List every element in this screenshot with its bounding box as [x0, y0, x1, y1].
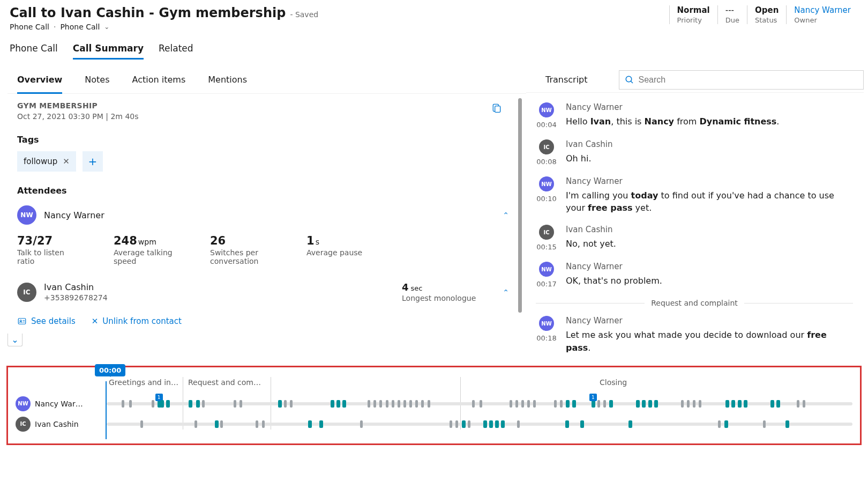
avatar-ivan-sm: IC — [539, 139, 554, 154]
chevron-down-icon[interactable]: ⌄ — [104, 23, 109, 31]
search-input[interactable] — [639, 75, 858, 85]
avatar-nancy-sm: NW — [539, 102, 554, 117]
tab-related[interactable]: Related — [159, 43, 193, 60]
unlink-link[interactable]: ✕ Unlink from contact — [92, 316, 182, 326]
timestamp: 00:08 — [536, 158, 556, 166]
summary-datetime: Oct 27, 2021 03:30 PM | 2m 40s — [17, 112, 509, 121]
stat-wpm: 248wpm Average talking speed — [114, 234, 178, 265]
summary-heading: GYM MEMBERSHIP — [17, 101, 509, 110]
entity-subtitle[interactable]: Phone Call · Phone Call ⌄ — [10, 23, 318, 31]
timestamp: 00:17 — [536, 280, 556, 288]
meta-priority[interactable]: Normal Priority — [669, 5, 717, 24]
transcript-row: NW 00:18 Nancy Warner Let me ask you wha… — [536, 316, 853, 353]
search-input-wrap[interactable] — [619, 70, 864, 90]
entity-channel: Phone Call — [60, 23, 100, 31]
subtab-notes[interactable]: Notes — [85, 67, 109, 93]
svg-rect-0 — [495, 106, 500, 113]
tl-section-greetings[interactable]: Greetings and in… — [109, 378, 178, 387]
attendee-phone-ivan: +353892678274 — [44, 293, 108, 302]
tl-track-nancy[interactable]: 11 — [107, 402, 852, 405]
close-icon: ✕ — [92, 316, 99, 326]
tl-speaker-nancy: NW Nancy War… — [16, 396, 101, 411]
tab-phone-call[interactable]: Phone Call — [10, 43, 58, 60]
transcript-divider: Request and complaint — [536, 299, 853, 307]
attendee-name-nancy[interactable]: Nancy Warner — [44, 210, 104, 220]
avatar-nancy-sm: NW — [539, 262, 554, 277]
subtab-overview[interactable]: Overview — [17, 67, 62, 94]
chevron-up-icon[interactable]: ⌃ — [503, 211, 509, 219]
transcript-row: NW 00:10 Nancy Warner I'm calling you to… — [536, 176, 853, 214]
page-title: Call to Ivan Cashin - Gym membership — [10, 5, 286, 20]
tab-call-summary[interactable]: Call Summary — [73, 43, 144, 60]
search-icon — [625, 75, 634, 85]
timestamp: 00:18 — [536, 334, 556, 342]
transcript-row: IC 00:08 Ivan Cashin Oh hi. — [536, 139, 853, 166]
meta-due-label: Due — [725, 16, 739, 24]
add-tag-button[interactable]: + — [83, 151, 103, 172]
transcript-row: NW 00:17 Nancy Warner OK, that's no prob… — [536, 262, 853, 288]
transcript-text[interactable]: OK, that's no problem. — [566, 275, 853, 287]
tag-followup[interactable]: followup ✕ — [17, 151, 76, 172]
speaker-label: Ivan Cashin — [566, 225, 853, 234]
see-details-link[interactable]: See details — [17, 316, 76, 326]
attendee-name-ivan[interactable]: Ivan Cashin — [44, 282, 108, 292]
close-icon[interactable]: ✕ — [63, 157, 70, 166]
attendees-heading: Attendees — [17, 186, 509, 196]
collapse-panel-button[interactable]: ⌄ — [8, 334, 23, 346]
meta-due[interactable]: --- Due — [717, 5, 747, 24]
meta-priority-label: Priority — [677, 16, 710, 24]
tl-marker-badge[interactable]: 1 — [589, 394, 597, 401]
tab-transcript[interactable]: Transcript — [536, 67, 597, 92]
avatar-nancy-sm: NW — [539, 176, 554, 191]
timestamp: 00:15 — [536, 243, 556, 251]
avatar-nancy-sm: NW — [539, 316, 554, 331]
avatar-nancy: NW — [17, 205, 36, 225]
meta-status-label: Status — [755, 16, 779, 24]
tag-label: followup — [24, 157, 57, 166]
id-card-icon — [17, 316, 27, 326]
transcript-row: NW 00:04 Nancy Warner Hello Ivan, this i… — [536, 102, 853, 129]
tl-track-ivan[interactable] — [107, 423, 852, 426]
meta-owner-value[interactable]: Nancy Warner — [794, 5, 851, 15]
stat-ratio: 73/27 Talk to listen ratio — [17, 234, 81, 265]
saved-indicator: - Saved — [290, 10, 318, 19]
meta-status-value: Open — [755, 5, 779, 15]
transcript-text[interactable]: No, not yet. — [566, 238, 853, 250]
tl-section-request[interactable]: Request and com… — [188, 378, 261, 387]
subtab-action-items[interactable]: Action items — [132, 67, 186, 93]
copy-icon[interactable] — [491, 102, 502, 113]
svg-rect-1 — [18, 319, 26, 324]
transcript-text[interactable]: Oh hi. — [566, 152, 853, 165]
chevron-up-icon[interactable]: ⌃ — [503, 288, 509, 297]
meta-owner[interactable]: Nancy Warner Owner — [786, 5, 858, 24]
stat-monologue: 4sec Longest monologue — [402, 282, 476, 302]
timestamp: 00:04 — [536, 121, 556, 129]
meta-due-value: --- — [725, 5, 739, 15]
speaker-label: Ivan Cashin — [566, 139, 853, 149]
timestamp: 00:10 — [536, 195, 556, 203]
meta-priority-value: Normal — [677, 5, 710, 15]
transcript-text[interactable]: Let me ask you what made you decide to d… — [566, 329, 853, 353]
entity-type: Phone Call — [10, 23, 49, 31]
tl-section-closing[interactable]: Closing — [600, 378, 627, 387]
subtab-mentions[interactable]: Mentions — [208, 67, 247, 93]
transcript-row: IC 00:15 Ivan Cashin No, not yet. — [536, 225, 853, 251]
panel-scrollbar[interactable] — [518, 98, 522, 313]
tl-speaker-ivan: IC Ivan Cashin — [16, 417, 101, 432]
stat-pause: 1s Average pause — [306, 234, 362, 265]
tags-heading: Tags — [17, 135, 509, 145]
meta-status[interactable]: Open Status — [747, 5, 786, 24]
speaker-label: Nancy Warner — [566, 176, 853, 186]
stat-switches: 26 Switches per conversation — [210, 234, 274, 265]
transcript-text[interactable]: I'm calling you today to find out if you… — [566, 189, 853, 214]
speaker-label: Nancy Warner — [566, 102, 853, 112]
playhead-badge[interactable]: 00:00 — [95, 364, 125, 376]
meta-owner-label: Owner — [794, 16, 851, 24]
avatar-ivan: IC — [17, 283, 36, 302]
speaker-label: Nancy Warner — [566, 316, 853, 326]
separator-dot: · — [54, 23, 56, 31]
playback-timeline[interactable]: 00:00 Greetings and in… Request and com…… — [6, 366, 862, 445]
avatar-ivan-sm: IC — [539, 225, 554, 240]
svg-line-4 — [631, 81, 633, 83]
transcript-text[interactable]: Hello Ivan, this is Nancy from Dynamic f… — [566, 115, 853, 128]
